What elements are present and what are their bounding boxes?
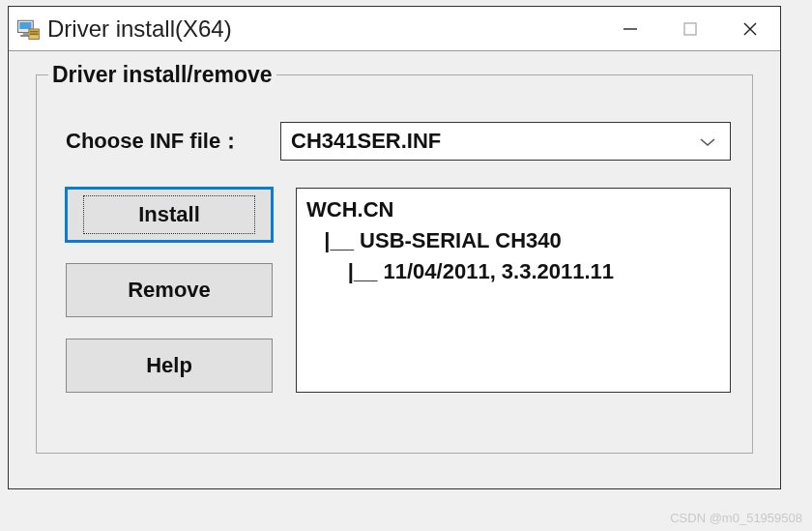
close-button[interactable] <box>720 7 780 50</box>
inf-label: Choose INF file： <box>66 127 280 156</box>
svg-rect-2 <box>23 32 28 35</box>
inf-row: Choose INF file： CH341SER.INF <box>66 122 731 161</box>
minimize-button[interactable] <box>600 7 660 50</box>
app-window: Driver install(X64) Driver install/remov… <box>8 6 781 489</box>
titlebar: Driver install(X64) <box>9 7 780 51</box>
info-line-2: |__ USB-SERIAL CH340 <box>306 228 562 252</box>
body-row: Install Remove Help WCH.CN |__ USB-SERIA… <box>66 188 731 393</box>
driver-info-panel: WCH.CN |__ USB-SERIAL CH340 |__ 11/04/20… <box>296 188 731 393</box>
driver-groupbox: Driver install/remove Choose INF file： C… <box>36 74 753 454</box>
info-line-1: WCH.CN <box>306 197 393 221</box>
watermark: CSDN @m0_51959508 <box>670 511 802 525</box>
help-button[interactable]: Help <box>66 339 273 393</box>
maximize-button[interactable] <box>660 7 720 50</box>
remove-button[interactable]: Remove <box>66 263 273 317</box>
button-column: Install Remove Help <box>66 188 273 393</box>
inf-dropdown[interactable]: CH341SER.INF <box>280 122 731 161</box>
inf-selected-value: CH341SER.INF <box>291 129 441 154</box>
window-title: Driver install(X64) <box>47 15 600 43</box>
app-icon <box>14 15 42 43</box>
install-button[interactable]: Install <box>66 188 273 242</box>
svg-rect-1 <box>19 22 31 29</box>
groupbox-legend: Driver install/remove <box>48 62 276 88</box>
remove-button-label: Remove <box>128 278 211 303</box>
title-controls <box>600 7 780 50</box>
svg-rect-6 <box>30 33 39 35</box>
svg-rect-5 <box>30 30 39 32</box>
info-line-3: |__ 11/04/2011, 3.3.2011.11 <box>306 259 614 283</box>
client-area: Driver install/remove Choose INF file： C… <box>9 51 780 473</box>
install-button-label: Install <box>83 195 255 234</box>
chevron-down-icon <box>699 129 716 154</box>
help-button-label: Help <box>146 353 192 378</box>
svg-rect-8 <box>684 23 696 35</box>
